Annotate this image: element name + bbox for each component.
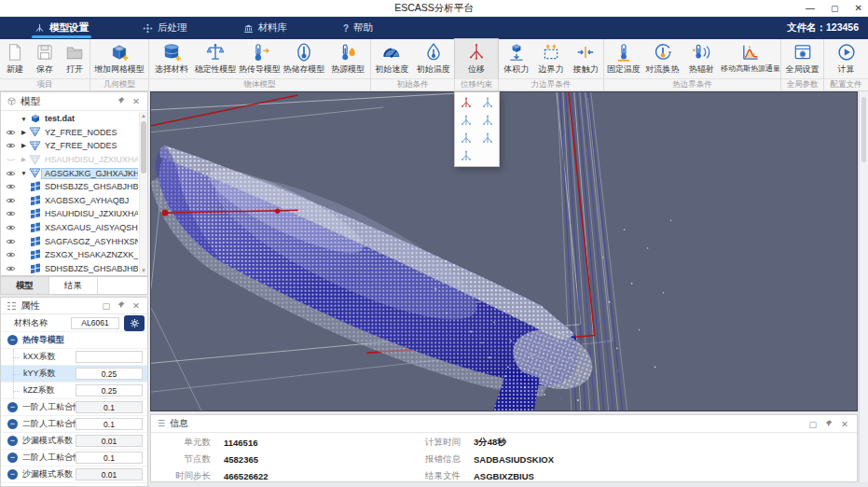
mesh-squares-icon [28,195,42,206]
tab-result[interactable]: 结果 [49,277,98,294]
scrollbar-thumb[interactable] [141,121,146,174]
restore-icon[interactable]: ▢ [807,419,819,429]
section-property-row: − 一阶人工粘合性 0.1 [1,399,147,416]
restore-icon[interactable]: ▢ [101,300,112,311]
visibility-eye-icon[interactable] [1,251,20,258]
close-icon[interactable]: ✕ [131,300,142,311]
tree-item[interactable]: SDHSBJZS_GHSABJHB_ZAHU [1,180,138,194]
info-label: 单元数 [162,437,211,449]
heat-source-model-button[interactable]: 热源模型 [326,39,370,78]
tree-item[interactable]: HSAUHDISU_JZXIUXHAHX [1,207,138,221]
contact-force-button[interactable]: 接触力 [569,39,603,78]
collapse-icon[interactable]: − [7,335,18,345]
right-scrollbar[interactable] [859,91,868,482]
initial-velocity-button[interactable]: 初始速度 [371,39,413,78]
displacement-button[interactable]: 位移 [455,39,498,78]
minimize-icon[interactable]: — [806,0,815,17]
pin-icon[interactable] [116,300,127,311]
tripod-blue-icon[interactable] [481,97,494,110]
tab-model-setup[interactable]: 模型设置 [21,17,103,39]
property-field[interactable] [76,351,143,363]
property-field[interactable]: 0.01 [76,435,143,447]
viewport-3d[interactable] [150,91,858,411]
tripod-blue-icon[interactable] [460,132,473,146]
expander-icon[interactable]: ▶ [20,129,28,136]
tree-item-selected[interactable]: ▼ AGSGKJKG_GJHXAJKHXA [1,166,138,180]
tripod-blue-icon[interactable] [460,115,473,128]
tree-item[interactable]: XSAXGAUS_AISYAQSH_ASHX [1,221,138,235]
tripod-blue-icon[interactable] [481,115,494,128]
moving-gauss-flux-button[interactable]: 移动高斯热源通量 [721,39,780,78]
visibility-eye-icon[interactable] [1,224,20,231]
collapse-icon[interactable]: − [7,469,18,480]
tab-model[interactable]: 模型 [1,277,49,294]
initial-temperature-button[interactable]: 初始温度 [413,39,455,78]
compute-button[interactable]: 计算 [824,39,868,78]
property-field[interactable]: 0.25 [76,368,143,380]
property-field[interactable]: 0.1 [76,401,143,413]
body-force-button[interactable]: 体积力 [499,39,533,78]
save-button[interactable]: 保存 [30,39,60,78]
stability-model-button[interactable]: 稳定性模型 [193,39,237,78]
close-icon[interactable]: ✕ [839,419,850,429]
tree-scrollbar[interactable]: ▲ ▼ [139,112,147,274]
material-settings-button[interactable] [124,315,145,331]
tripod-red-icon[interactable] [460,97,473,110]
tree-item[interactable]: SDHSBJZS_GHSABJHB_ZAHU [1,262,138,275]
heat-conduction-model-button[interactable]: 热传导模型 [238,39,282,78]
tree-item[interactable]: ZSXGX_HSAKAZNZXK_AMASX [1,248,138,262]
visibility-eye-closed-icon[interactable] [1,156,20,163]
expander-icon[interactable]: ▼ [20,170,28,176]
close-icon[interactable]: ✕ [131,96,142,106]
tree-item[interactable]: XAGBSXG_AYHAQBJ [1,194,138,208]
visibility-eye-icon[interactable] [1,197,20,204]
property-field[interactable]: 0.1 [76,452,143,464]
tree-item[interactable]: ▶ HSAUHDISU_JZXIUXHAHX [1,153,138,167]
collapse-icon[interactable]: − [7,452,18,463]
visibility-eye-icon[interactable] [1,142,20,149]
collapse-icon[interactable]: − [7,436,18,446]
select-material-button[interactable]: 选择材料 [149,39,193,78]
visibility-eye-icon[interactable] [1,210,20,217]
tab-help[interactable]: ? 帮助 [329,17,387,39]
material-name-field[interactable]: AL6061 [71,317,119,329]
tab-post-process[interactable]: 后处理 [129,17,201,39]
tripod-blue-icon[interactable] [481,132,494,146]
scroll-down-icon[interactable]: ▼ [140,268,147,273]
property-field[interactable]: 0.01 [76,468,143,480]
expander-icon[interactable]: ▶ [20,156,28,163]
maximize-icon[interactable]: ▢ [831,0,839,17]
section-header-row[interactable]: − 热传导模型 [1,332,147,349]
tree-root-item[interactable]: ▼ test.dat [1,112,138,126]
radiation-button[interactable]: 热辐射 [682,39,721,78]
collapse-icon[interactable]: − [7,402,18,412]
heat-storage-model-button[interactable]: 热储存模型 [282,39,325,78]
tab-material-library[interactable]: 材料库 [229,17,302,39]
tree-item[interactable]: ▶ YZ_FREE_NODES [1,139,138,153]
add-mesh-model-button[interactable]: 增加网格模型 [90,39,148,78]
new-button[interactable]: 新建 [0,39,30,78]
global-settings-button[interactable]: 全局设置 [781,39,823,78]
close-icon[interactable]: ✕ [855,0,862,17]
pin-icon[interactable] [823,419,834,429]
visibility-eye-icon[interactable] [1,129,20,136]
expander-icon[interactable]: ▶ [20,142,28,149]
visibility-eye-icon[interactable] [1,265,20,272]
fixed-temperature-button[interactable]: 固定温度 [604,39,643,78]
convection-button[interactable]: 对流换热 [643,39,682,78]
property-field[interactable]: 0.1 [76,418,143,430]
visibility-eye-icon[interactable] [1,238,20,245]
scroll-up-icon[interactable]: ▲ [140,113,147,118]
collapse-icon[interactable]: − [7,419,18,429]
pin-icon[interactable] [116,96,127,106]
tree-item[interactable]: SAGFASGZ_ASYHHXSN [1,234,138,248]
scrollbar-thumb[interactable] [861,97,866,162]
visibility-eye-icon[interactable] [1,170,20,177]
tree-item[interactable]: ▶ YZ_FREE_NODES [1,126,138,140]
open-button[interactable]: 打开 [60,39,90,78]
tripod-blue-icon[interactable] [460,150,473,163]
expander-icon[interactable]: ▼ [20,116,28,122]
property-field[interactable]: 0.25 [76,384,143,397]
boundary-force-button[interactable]: 边界力 [533,39,568,78]
visibility-eye-icon[interactable] [1,183,20,190]
